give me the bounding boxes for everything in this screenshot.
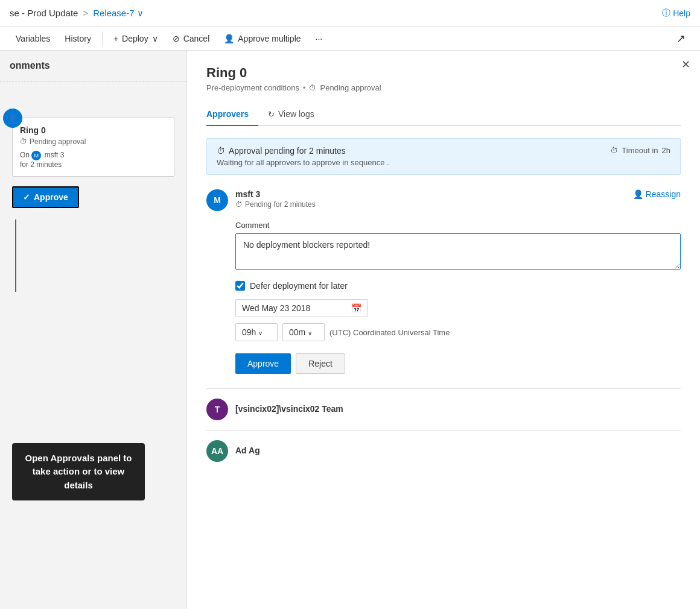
comment-textarea[interactable] bbox=[235, 233, 681, 270]
approver-item: M msft 3 ⏱ Pending for 2 minutes 👤 Reass… bbox=[206, 189, 681, 211]
defer-checkbox[interactable] bbox=[235, 281, 245, 291]
approve-label: Approve bbox=[247, 359, 279, 368]
stage-meta: On M msft 3 for 2 minutes bbox=[20, 151, 167, 169]
left-panel-approve-label: Approve bbox=[34, 192, 68, 202]
panel-title: Ring 0 bbox=[206, 65, 681, 81]
approver2-info: [vsincix02]\vsincix02 Team bbox=[235, 404, 681, 415]
banner-timeout: ⏱ Timeout in 2h bbox=[610, 146, 670, 155]
cancel-label: Cancel bbox=[183, 34, 210, 43]
timezone-label: (UTC) Coordinated Universal Time bbox=[329, 328, 450, 337]
banner-title: ⏱ Approval pending for 2 minutes bbox=[217, 146, 389, 156]
checkmark-icon: ✓ bbox=[23, 192, 30, 202]
time-row: 09h 00m (UTC) Coordinated Universal Time bbox=[235, 323, 681, 341]
pending-clock-icon: ⏱ bbox=[309, 84, 316, 92]
date-input[interactable]: Wed May 23 2018 📅 bbox=[235, 299, 368, 317]
cancel-button[interactable]: ⊘ Cancel bbox=[167, 30, 216, 47]
callout-text: Open Approvals panel to take action or t… bbox=[25, 453, 132, 490]
calendar-icon: 📅 bbox=[351, 303, 361, 313]
breadcrumb-separator: > bbox=[83, 8, 88, 18]
release-dropdown[interactable]: Release-7 ∨ bbox=[93, 8, 143, 19]
msft-badge: M bbox=[31, 151, 41, 160]
reassign-button[interactable]: 👤 Reassign bbox=[633, 189, 681, 199]
approver2-initials: T bbox=[215, 405, 220, 414]
variables-label: Variables bbox=[16, 34, 50, 43]
defer-label: Defer deployment for later bbox=[250, 281, 348, 291]
tab-approvers-label: Approvers bbox=[206, 109, 249, 119]
approver-status: ⏱ Pending for 2 minutes bbox=[235, 200, 626, 209]
approver-clock-icon: ⏱ bbox=[235, 200, 243, 209]
approver-status-text: Pending for 2 minutes bbox=[245, 200, 316, 209]
approver3-avatar: AA bbox=[206, 440, 228, 462]
approver-name: msft 3 bbox=[235, 189, 626, 199]
minute-chevron-icon bbox=[308, 327, 312, 337]
banner-clock-icon: ⏱ bbox=[217, 146, 225, 156]
left-panel-header: onments bbox=[0, 51, 186, 81]
defer-row: Defer deployment for later bbox=[235, 281, 681, 291]
help-circle-icon: ⓘ bbox=[662, 8, 670, 19]
left-panel-approve-button[interactable]: ✓ Approve bbox=[12, 186, 79, 208]
hour-value: 09h bbox=[242, 327, 256, 337]
panel-close-button[interactable]: ✕ bbox=[681, 58, 690, 71]
date-value: Wed May 23 2018 bbox=[242, 303, 310, 313]
additional-approver-1: T [vsincix02]\vsincix02 Team bbox=[206, 399, 681, 420]
right-panel: ✕ Ring 0 Pre-deployment conditions • ⏱ P… bbox=[187, 51, 700, 609]
approve-multiple-label: Approve multiple bbox=[238, 34, 301, 43]
action-buttons: Approve Reject bbox=[235, 353, 681, 374]
info-banner: ⏱ Approval pending for 2 minutes Waiting… bbox=[206, 138, 681, 175]
more-button[interactable]: ··· bbox=[310, 30, 329, 47]
reject-button[interactable]: Reject bbox=[296, 353, 345, 374]
comment-label: Comment bbox=[235, 221, 681, 230]
banner-subtitle: Waiting for all approvers to approve in … bbox=[217, 158, 389, 167]
approve-button[interactable]: Approve bbox=[235, 353, 291, 374]
release-chevron-icon: ∨ bbox=[137, 8, 144, 19]
tab-viewlogs[interactable]: ↻ View logs bbox=[268, 104, 324, 126]
timeout-label: Timeout in bbox=[622, 146, 658, 155]
release-label: Release-7 bbox=[93, 8, 134, 18]
panel-divider bbox=[206, 388, 681, 389]
avatar-person-icon: 👤 bbox=[7, 113, 19, 124]
tab-approvers[interactable]: Approvers bbox=[206, 104, 258, 126]
reject-label: Reject bbox=[308, 359, 332, 368]
clock-icon: ⏱ bbox=[20, 137, 27, 146]
on-label: On bbox=[20, 151, 30, 159]
approve-multiple-button[interactable]: 👤 Approve multiple bbox=[218, 30, 307, 47]
deploy-chevron-icon: ∨ bbox=[152, 34, 158, 43]
panel-divider-2 bbox=[206, 430, 681, 431]
stage-avatar: 👤 bbox=[3, 109, 22, 128]
panel-subtitle: Pre-deployment conditions • ⏱ Pending ap… bbox=[206, 83, 681, 92]
panel-content: Ring 0 Pre-deployment conditions • ⏱ Pen… bbox=[187, 51, 700, 486]
breadcrumb: se - Prod Update > Release-7 ∨ bbox=[10, 8, 662, 19]
timeout-value: 2h bbox=[662, 146, 670, 155]
callout-tooltip: Open Approvals panel to take action or t… bbox=[12, 443, 145, 501]
minute-value: 00m bbox=[289, 327, 305, 337]
history-label: History bbox=[65, 34, 91, 43]
meta-user: msft 3 bbox=[45, 151, 65, 159]
tab-viewlogs-label: View logs bbox=[278, 109, 314, 119]
stage-card[interactable]: 👤 Ring 0 ⏱ Pending approval On M msft 3 … bbox=[12, 118, 174, 177]
deploy-label: Deploy bbox=[122, 34, 148, 43]
panel-tabs: Approvers ↻ View logs bbox=[206, 104, 681, 126]
approver2-name: [vsincix02]\vsincix02 Team bbox=[235, 404, 681, 414]
refresh-icon: ↻ bbox=[268, 110, 275, 119]
hour-chevron-icon bbox=[258, 327, 262, 337]
banner-left: ⏱ Approval pending for 2 minutes Waiting… bbox=[217, 146, 389, 167]
stage-title: Ring 0 bbox=[20, 125, 167, 135]
stage-status-label: Pending approval bbox=[30, 137, 86, 146]
minute-select[interactable]: 00m bbox=[282, 323, 325, 341]
person-reassign-icon: 👤 bbox=[633, 189, 643, 199]
top-bar: se - Prod Update > Release-7 ∨ ⓘ Help bbox=[0, 0, 700, 27]
help-button[interactable]: ⓘ Help bbox=[662, 8, 690, 19]
deploy-button[interactable]: + Deploy ∨ bbox=[107, 30, 164, 47]
approver2-avatar: T bbox=[206, 399, 228, 420]
person-icon: 👤 bbox=[224, 34, 234, 43]
plus-icon: + bbox=[113, 34, 118, 43]
help-label: Help bbox=[673, 8, 690, 18]
approver-initials: M bbox=[214, 195, 221, 205]
history-button[interactable]: History bbox=[59, 30, 97, 47]
timeout-clock-icon: ⏱ bbox=[610, 146, 618, 155]
expand-button[interactable]: ↗ bbox=[672, 30, 690, 48]
hour-select[interactable]: 09h bbox=[235, 323, 278, 341]
banner-title-text: Approval pending for 2 minutes bbox=[229, 146, 346, 156]
toolbar-separator bbox=[102, 31, 103, 46]
variables-button[interactable]: Variables bbox=[10, 30, 56, 47]
